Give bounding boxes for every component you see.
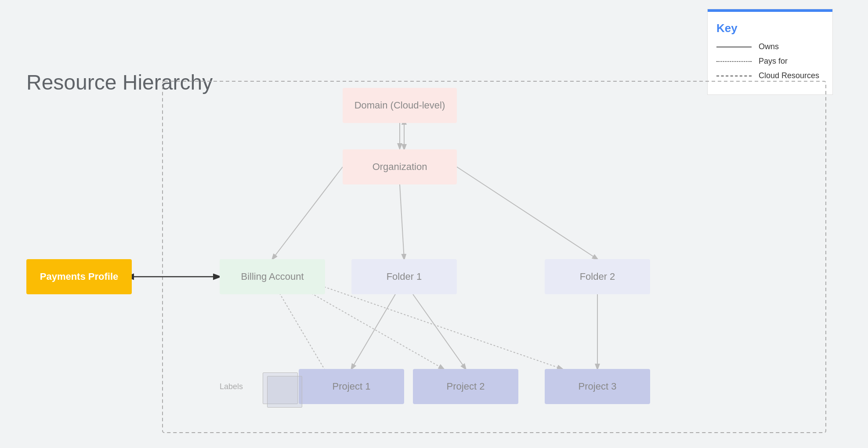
- billing-account-box: Billing Account: [220, 259, 325, 294]
- project3-box: Project 3: [545, 369, 650, 404]
- payments-profile-label: Payments Profile: [40, 271, 119, 282]
- project3-label: Project 3: [579, 381, 617, 392]
- svg-line-6: [413, 294, 466, 369]
- svg-line-2: [272, 167, 343, 259]
- project1-label: Project 1: [333, 381, 371, 392]
- organization-box: Organization: [343, 149, 457, 184]
- labels-text: Labels: [220, 382, 243, 391]
- key-cloud-label: Cloud Resources: [759, 71, 819, 80]
- key-row-cloud: Cloud Resources: [716, 71, 819, 80]
- domain-box: Domain (Cloud-level): [343, 88, 457, 123]
- key-owns-label: Owns: [759, 42, 779, 51]
- svg-line-3: [400, 184, 404, 259]
- svg-line-4: [457, 167, 597, 259]
- key-row-pays: Pays for: [716, 57, 819, 66]
- payments-profile-box: Payments Profile: [26, 259, 132, 294]
- page-title: Resource Hierarchy: [26, 70, 213, 94]
- key-blue-bar: [708, 9, 832, 12]
- svg-line-10: [307, 281, 562, 369]
- project2-box: Project 2: [413, 369, 518, 404]
- project2-label: Project 2: [447, 381, 485, 392]
- organization-label: Organization: [373, 161, 427, 173]
- folder2-label: Folder 2: [580, 271, 615, 282]
- key-legend: Key Owns Pays for Cloud Resources: [707, 9, 833, 95]
- svg-line-5: [351, 294, 395, 369]
- solid-line-icon: [716, 47, 752, 47]
- project1-box: Project 1: [299, 369, 404, 404]
- key-pays-label: Pays for: [759, 57, 788, 66]
- billing-account-label: Billing Account: [241, 271, 304, 282]
- key-title: Key: [716, 22, 819, 35]
- svg-line-8: [272, 281, 329, 378]
- folder2-box: Folder 2: [545, 259, 650, 294]
- key-row-owns: Owns: [716, 42, 819, 51]
- dashed-line-icon: [716, 76, 752, 76]
- folder1-label: Folder 1: [387, 271, 422, 282]
- svg-line-9: [290, 281, 444, 369]
- folder1-box: Folder 1: [351, 259, 457, 294]
- domain-label: Domain (Cloud-level): [354, 100, 445, 111]
- dotted-line-icon: [716, 61, 752, 62]
- labels-box-front: [267, 376, 302, 408]
- diagram: Key Owns Pays for Cloud Resources Resour…: [0, 0, 868, 448]
